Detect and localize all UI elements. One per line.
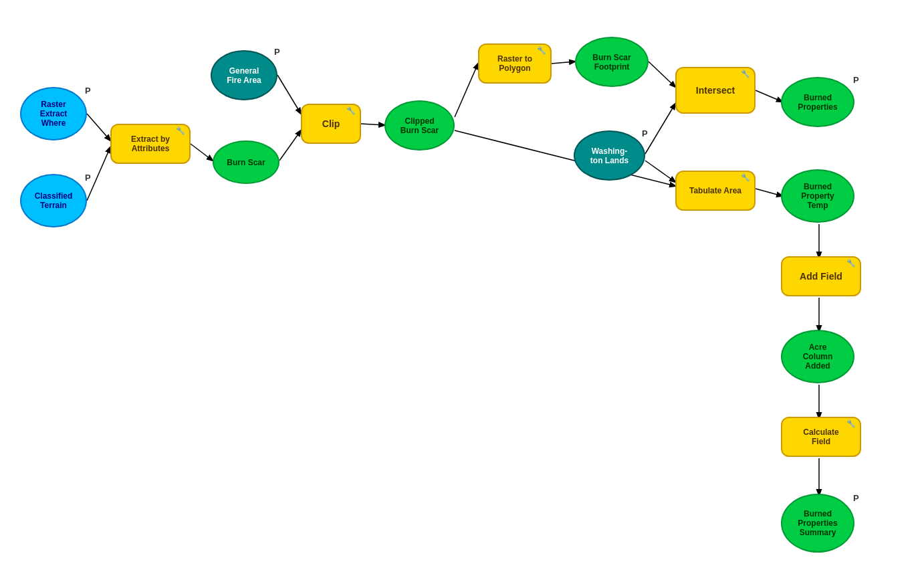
tool-icon-intersect: 🔧 (741, 70, 750, 78)
svg-line-3 (277, 75, 301, 114)
node-general-fire-area[interactable]: General Fire Area (211, 50, 277, 100)
node-calculate-field[interactable]: 🔧 CalculateField (781, 417, 861, 457)
node-clipped-burn-scar[interactable]: Clipped Burn Scar (384, 100, 455, 151)
label-p5: P (853, 75, 859, 85)
node-clip[interactable]: 🔧 Clip (301, 104, 361, 144)
tool-icon: 🔧 (176, 126, 185, 135)
svg-line-0 (87, 114, 110, 140)
tool-icon-tabulate: 🔧 (741, 173, 750, 182)
workflow-canvas: Raster Extract Where Classified Terrain … (0, 0, 924, 578)
node-acre-column-added[interactable]: Acre Column Added (781, 330, 854, 383)
node-classified-terrain[interactable]: Classified Terrain (20, 174, 87, 227)
node-washington-lands[interactable]: Washing- ton Lands (574, 130, 645, 181)
node-tabulate-area[interactable]: 🔧 Tabulate Area (675, 171, 756, 211)
tool-icon-calculate: 🔧 (846, 419, 856, 428)
svg-line-12 (756, 90, 782, 102)
tool-icon-clip: 🔧 (346, 106, 356, 115)
svg-line-2 (191, 144, 213, 161)
label-p4: P (642, 128, 648, 138)
svg-line-4 (279, 130, 301, 161)
svg-line-13 (756, 189, 782, 196)
node-burned-property-temp[interactable]: Burned Property Temp (781, 169, 854, 223)
node-burned-properties[interactable]: Burned Properties (781, 77, 854, 127)
svg-line-5 (361, 124, 384, 125)
tool-icon-raster: 🔧 (537, 46, 546, 55)
node-extract-by-attributes[interactable]: 🔧 Extract byAttributes (110, 124, 191, 164)
svg-line-9 (649, 62, 675, 87)
node-burn-scar[interactable]: Burn Scar (213, 140, 279, 184)
node-intersect[interactable]: 🔧 Intersect (675, 67, 756, 114)
tool-icon-add-field: 🔧 (846, 259, 856, 268)
svg-line-10 (645, 104, 675, 154)
node-raster-extract-where[interactable]: Raster Extract Where (20, 87, 87, 140)
svg-line-11 (645, 161, 675, 182)
label-p1: P (85, 86, 91, 96)
label-p2: P (85, 173, 91, 183)
svg-line-6 (455, 64, 478, 117)
node-raster-to-polygon[interactable]: 🔧 Raster toPolygon (478, 43, 552, 84)
label-p3: P (274, 47, 280, 57)
svg-line-8 (552, 62, 575, 64)
node-burn-scar-footprint[interactable]: Burn Scar Footprint (575, 37, 649, 87)
node-add-field[interactable]: 🔧 Add Field (781, 256, 861, 296)
label-p6: P (853, 493, 859, 503)
node-burned-properties-summary[interactable]: Burned Properties Summary (781, 494, 854, 553)
